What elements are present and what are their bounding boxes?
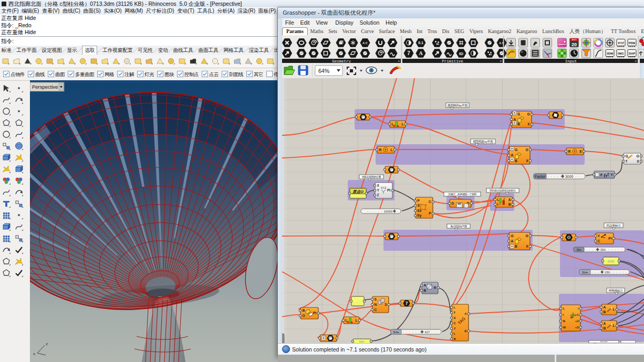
svg-text:V: V — [610, 173, 613, 176]
svg-text:XYZ: XYZ — [618, 41, 624, 45]
svg-text:G: G — [511, 234, 514, 238]
svg-text:G: G — [527, 112, 529, 116]
svg-text:四边形标注: 四边形标注 — [606, 223, 621, 228]
svg-text:C: C — [429, 200, 431, 204]
svg-text:A: A — [511, 239, 514, 243]
svg-text:IMG: IMG — [618, 52, 624, 55]
svg-text:B: B — [515, 159, 517, 163]
svg-text:x: x — [33, 352, 35, 356]
svg-text:z: z — [46, 342, 48, 346]
svg-text:模型投影xy平面: 模型投影xy平面 — [473, 140, 494, 144]
svg-text:Pt: Pt — [387, 188, 391, 192]
svg-text:G: G — [517, 112, 520, 116]
svg-text:原点O: 原点O — [352, 189, 363, 194]
svg-text:F: F — [600, 173, 603, 177]
svg-text:A: A — [604, 305, 606, 309]
svg-text:S: S — [385, 303, 387, 306]
svg-text:Size: Size — [393, 331, 399, 334]
svg-text:P: P — [418, 199, 420, 203]
svg-text:C: C — [598, 239, 600, 243]
svg-text:Factor: Factor — [535, 175, 546, 178]
svg-text:Input: Input — [565, 59, 577, 63]
svg-text:L: L — [613, 324, 615, 327]
svg-text:T: T — [626, 159, 628, 163]
svg-text:C: C — [454, 322, 456, 325]
svg-text:L: L — [346, 318, 348, 322]
svg-text:S: S — [375, 297, 377, 301]
svg-text:N: N — [375, 303, 377, 306]
svg-text:A: A — [419, 50, 423, 56]
svg-text:B: B — [464, 329, 467, 333]
svg-text:O: O — [303, 314, 305, 317]
svg-text:Primitive: Primitive — [442, 59, 463, 63]
svg-text:300: 300 — [600, 248, 606, 251]
svg-text:(0;0): (0;0) — [608, 260, 614, 263]
svg-text:XYZ: XYZ — [381, 186, 387, 189]
svg-text:W: W — [563, 326, 566, 329]
svg-text:+: + — [398, 59, 400, 63]
svg-text:曲面映到xy平面: 曲面映到xy平面 — [448, 103, 468, 108]
svg-text:S: S — [454, 316, 456, 320]
svg-text:G: G — [525, 234, 528, 238]
svg-text:Perspective: Perspective — [32, 84, 58, 90]
svg-text:B: B — [517, 122, 520, 126]
svg-text:X: X — [637, 159, 639, 163]
svg-text:Ey: Ey — [418, 214, 422, 218]
svg-text:AUG: AUG — [572, 38, 577, 41]
svg-text:7: 7 — [407, 50, 410, 56]
svg-text:J: J — [454, 327, 455, 330]
svg-text:B: B — [454, 337, 456, 340]
svg-text:B: B — [515, 244, 517, 248]
svg-text:Pl: Pl — [608, 237, 611, 240]
svg-text:20: 20 — [572, 42, 577, 47]
svg-text:i: i — [497, 203, 498, 206]
svg-text:L: L — [392, 122, 394, 126]
svg-text:G: G — [626, 154, 628, 158]
svg-text:A: A — [514, 118, 516, 121]
svg-text:PDB: PDB — [629, 41, 636, 45]
svg-text:A C: A C — [362, 41, 367, 45]
svg-text:B: B — [604, 326, 606, 330]
svg-text:Size: Size — [582, 271, 588, 274]
svg-text:Z: Z — [377, 193, 379, 197]
svg-text:G: G — [636, 154, 639, 158]
svg-text:B: B — [508, 203, 511, 206]
svg-text:G: G — [525, 148, 528, 152]
svg-text:D: D — [452, 201, 454, 205]
svg-text:L: L — [391, 148, 393, 152]
svg-text:L: L — [497, 198, 500, 201]
svg-text:G: G — [515, 148, 517, 152]
svg-text:P: P — [429, 211, 431, 215]
svg-text:B: B — [303, 308, 305, 312]
svg-text:+2: +2 — [575, 320, 579, 323]
svg-text:L: L — [613, 307, 615, 311]
svg-text:B: B — [604, 310, 606, 314]
svg-text:10000: 10000 — [384, 210, 392, 213]
svg-text:150: 150 — [605, 271, 610, 274]
svg-text:线陈在模型的位置: 线陈在模型的位置 — [362, 175, 381, 179]
svg-text:+3: +3 — [575, 326, 579, 329]
svg-text:X: X — [377, 184, 380, 187]
svg-text:+: + — [635, 59, 637, 63]
svg-text:417: 417 — [425, 331, 430, 334]
svg-text:R: R — [434, 286, 437, 290]
svg-text:Geometry: Geometry — [332, 59, 351, 63]
svg-text:A: A — [511, 153, 514, 157]
svg-text:R: R — [379, 148, 382, 152]
svg-text:L: L — [454, 332, 456, 335]
svg-text:T: T — [454, 311, 456, 314]
svg-text:3000: 3000 — [565, 175, 573, 178]
svg-text:L: L — [454, 306, 456, 309]
svg-text:交换行、列并相阻一个矩阵: 交换行、列并相阻一个矩阵 — [448, 193, 477, 196]
svg-text:0.1: 0.1 — [418, 41, 423, 45]
svg-text:E: E — [579, 150, 582, 153]
svg-text:对角线标注: 对角线标注 — [608, 289, 623, 293]
svg-text:b1=: b1= — [359, 340, 365, 343]
svg-text:C: C — [375, 308, 377, 312]
svg-text:L: L — [402, 122, 404, 126]
svg-text:L: L — [563, 307, 565, 310]
svg-text:角点投到xy平面: 角点投到xy平面 — [451, 225, 468, 228]
svg-text:ID: ID — [459, 51, 463, 56]
svg-text:ƒy: ƒy — [604, 173, 608, 178]
svg-text:V: V — [598, 234, 600, 238]
